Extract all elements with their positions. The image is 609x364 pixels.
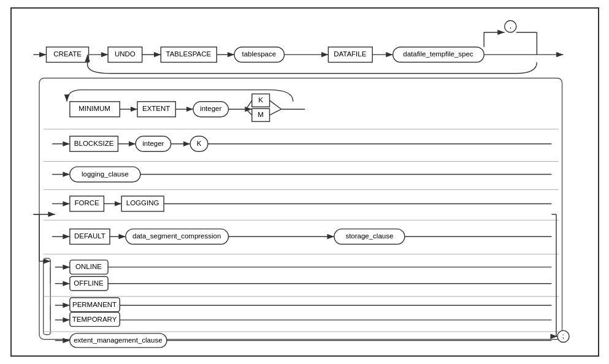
logging-label: LOGGING: [126, 199, 159, 207]
svg-line-20: [246, 109, 252, 115]
svg-text:;: ;: [562, 332, 564, 339]
k-label: K: [258, 96, 263, 104]
datafile-label: DATAFILE: [334, 50, 367, 58]
diagram-container: CREATE UNDO TABLESPACE tablespace DATAFI…: [10, 7, 599, 357]
temporary-label: TEMPORARY: [72, 316, 117, 323]
extent-label: EXTENT: [142, 105, 169, 112]
tablespace-label: TABLESPACE: [166, 50, 211, 58]
extent-mgmt-label: extent_management_clause: [74, 336, 162, 344]
svg-text:,: ,: [509, 22, 511, 29]
logging-clause-label: logging_clause: [82, 170, 129, 178]
svg-line-19: [246, 100, 252, 109]
blocksize-label: BLOCKSIZE: [74, 140, 113, 147]
default-label: DEFAULT: [74, 232, 105, 240]
minimum-label: MINIMUM: [79, 105, 110, 112]
k2-label: K: [196, 140, 201, 147]
integer-label: integer: [200, 105, 221, 112]
permanent-label: PERMANENT: [72, 301, 117, 308]
svg-line-22: [269, 109, 281, 115]
svg-line-21: [269, 100, 281, 109]
data-seg-label: data_segment_compression: [132, 232, 221, 240]
force-label: FORCE: [74, 199, 99, 207]
undo-label: UNDO: [114, 50, 135, 58]
storage-clause-label: storage_clause: [345, 232, 393, 240]
online-label: ONLINE: [75, 263, 102, 270]
m-label: M: [258, 111, 264, 118]
integer2-label: integer: [142, 140, 164, 147]
datafile-tempfile-label: datafile_tempfile_spec: [403, 50, 473, 58]
tablespace-name-label: tablespace: [242, 50, 276, 58]
create-label: CREATE: [53, 50, 82, 58]
offline-label: OFFLINE: [74, 279, 104, 287]
